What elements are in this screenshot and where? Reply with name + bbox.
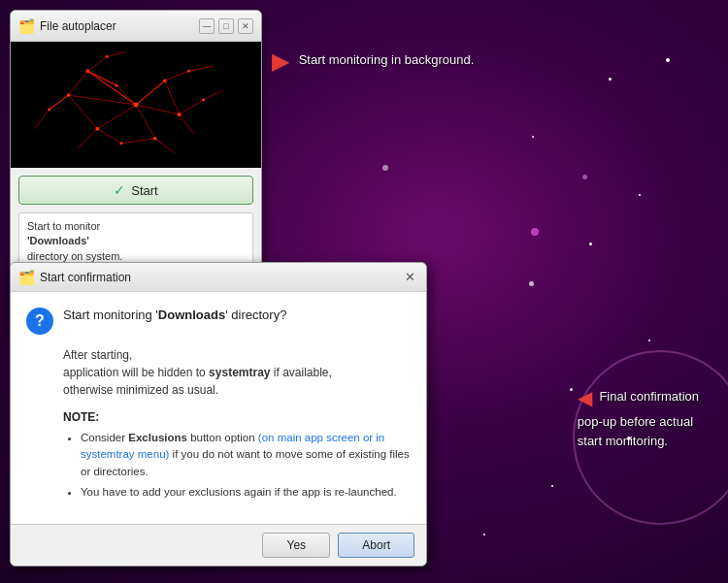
tooltip-line2: directory on system. xyxy=(27,250,122,262)
svg-point-30 xyxy=(85,69,89,73)
svg-point-38 xyxy=(187,70,190,73)
bullet-item-2: You have to add your exclusions again if… xyxy=(81,484,411,501)
close-button[interactable]: ✕ xyxy=(238,18,253,34)
pink-dot xyxy=(582,175,587,179)
after-line3: if available, xyxy=(270,366,331,379)
question-icon: ? xyxy=(26,308,53,335)
bullet-1-bold: Exclusions xyxy=(128,432,187,443)
star-decoration xyxy=(529,281,534,286)
dialog-footer: Yes Abort xyxy=(11,524,426,566)
abort-button[interactable]: Abort xyxy=(338,533,414,558)
star-decoration xyxy=(483,534,485,535)
main-window-titlebar: 🗂️ File autoplacer — □ ✕ xyxy=(11,11,261,42)
arrow-right-icon: ▶ xyxy=(272,45,289,78)
annotation-1-text: Start monitoring in background. xyxy=(299,52,475,67)
titlebar-controls: — □ ✕ xyxy=(199,18,253,34)
svg-point-37 xyxy=(106,55,109,58)
dialog-title: Start confirmation xyxy=(40,271,131,284)
dialog-app-icon: 🗂️ xyxy=(18,270,34,285)
bullet-item-1: Consider Exclusions button option (on ma… xyxy=(81,430,411,480)
dialog-note: NOTE: Consider Exclusions button option … xyxy=(63,410,411,501)
svg-point-35 xyxy=(153,137,157,141)
star-decoration xyxy=(609,78,612,81)
svg-point-41 xyxy=(116,84,118,87)
svg-point-36 xyxy=(48,108,50,111)
start-button-label: Start xyxy=(131,183,157,198)
arrow-2-icon: ◀ xyxy=(578,383,592,412)
checkmark-icon: ✓ xyxy=(114,182,125,198)
main-window-title: File autoplacer xyxy=(40,19,116,33)
annotation-2-line2: pop-up before actual xyxy=(578,414,693,429)
star-decoration xyxy=(589,243,592,245)
star-decoration xyxy=(648,340,650,341)
star-decoration xyxy=(666,58,670,62)
question-text-1: Start monitoring ' xyxy=(63,308,158,322)
pink-dot xyxy=(531,228,539,236)
star-decoration xyxy=(551,485,553,487)
dialog-question-row: ? Start monitoring 'Downloads' directory… xyxy=(26,306,411,335)
dialog-title-left: 🗂️ Start confirmation xyxy=(18,270,131,285)
svg-point-39 xyxy=(202,99,205,102)
annotation-2-line1: Final confirmation xyxy=(599,389,699,404)
annotation-1: ▶ Start monitoring in background. xyxy=(272,45,474,78)
svg-point-31 xyxy=(67,93,71,97)
dialog-bullets-list: Consider Exclusions button option (on ma… xyxy=(63,430,411,501)
after-bold: systemtray xyxy=(209,366,270,379)
star-decoration xyxy=(532,136,534,138)
star-decoration xyxy=(639,194,641,196)
svg-point-32 xyxy=(95,127,99,131)
confirmation-dialog: 🗂️ Start confirmation ✕ ? Start monitori… xyxy=(10,262,427,567)
after-line4: otherwise minimized as usual. xyxy=(63,383,218,397)
app-icon: 🗂️ xyxy=(18,18,34,34)
dialog-close-button[interactable]: ✕ xyxy=(401,269,418,286)
tooltip-directory: 'Downloads' xyxy=(27,235,89,246)
question-bold: Downloads xyxy=(158,308,225,322)
annotation-2: ◀ Final confirmation pop-up before actua… xyxy=(578,383,699,450)
yes-button[interactable]: Yes xyxy=(262,533,330,558)
neural-art-image xyxy=(11,42,261,168)
minimize-button[interactable]: — xyxy=(199,18,215,34)
svg-point-34 xyxy=(178,113,182,116)
maximize-button[interactable]: □ xyxy=(218,18,234,34)
after-line1: After starting, xyxy=(63,348,132,362)
svg-point-29 xyxy=(134,103,139,108)
star-decoration xyxy=(570,388,573,391)
dialog-question-text: Start monitoring 'Downloads' directory? xyxy=(63,306,286,325)
bullet-1-blue: (on main app screen or in systemtray men… xyxy=(81,432,384,460)
dialog-content: ? Start monitoring 'Downloads' directory… xyxy=(11,292,426,524)
dialog-after-text: After starting, application will be hidd… xyxy=(63,346,411,399)
svg-point-33 xyxy=(163,79,167,82)
svg-point-40 xyxy=(120,142,123,145)
note-header: NOTE: xyxy=(63,410,411,424)
annotation-2-line3: start monitoring. xyxy=(578,434,668,448)
star-decoration xyxy=(382,165,388,171)
start-button[interactable]: ✓ Start xyxy=(18,176,253,205)
question-text-2: ' directory? xyxy=(225,308,286,322)
after-line2: application will be hidden to xyxy=(63,366,209,379)
titlebar-left: 🗂️ File autoplacer xyxy=(18,18,116,34)
dialog-titlebar: 🗂️ Start confirmation ✕ xyxy=(11,263,426,292)
tooltip-line1: Start to monitor xyxy=(27,220,100,232)
